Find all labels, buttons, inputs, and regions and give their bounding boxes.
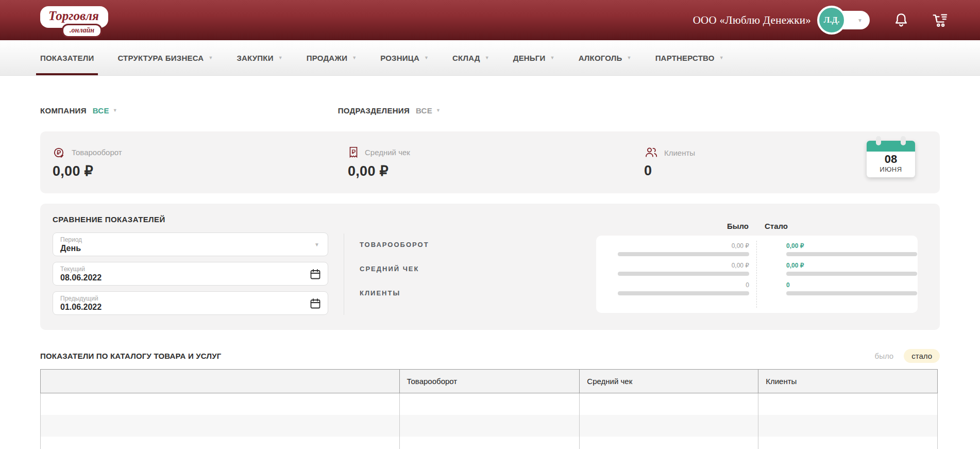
vertical-divider bbox=[344, 234, 344, 315]
period-select[interactable]: Период День ▼ bbox=[53, 232, 328, 256]
before-column-header: Было bbox=[658, 222, 749, 230]
stat-avg-check: Средний чек 0,00 ₽ bbox=[348, 146, 644, 179]
current-date-input[interactable]: Текущий 08.06.2022 bbox=[53, 262, 328, 286]
tab-roznica[interactable]: РОЗНИЦА▼ bbox=[380, 40, 429, 75]
company-filter[interactable]: КОМПАНИЯ ВСЕ ▼ bbox=[40, 106, 117, 115]
chevron-down-icon: ▼ bbox=[208, 55, 213, 60]
date-calendar-widget[interactable]: 08 ИЮНЯ bbox=[867, 141, 915, 177]
stats-card: Товарооборот 0,00 ₽ Средний чек 0,00 ₽ bbox=[40, 131, 940, 193]
table-cell bbox=[580, 393, 758, 415]
progress-bar bbox=[786, 291, 917, 295]
calendar-icon[interactable] bbox=[309, 297, 322, 310]
stat-turnover-label: Товарооборот bbox=[72, 148, 122, 157]
progress-bar bbox=[618, 291, 749, 295]
period-select-label: Период bbox=[60, 236, 320, 243]
tab-alkogol[interactable]: АЛКОГОЛЬ▼ bbox=[579, 40, 632, 75]
comparison-title: СРАВНЕНИЕ ПОКАЗАТЕЛЕЙ bbox=[53, 215, 165, 224]
tab-partnerstvo[interactable]: ПАРТНЕРСТВО▼ bbox=[655, 40, 724, 75]
avatar[interactable]: Л.Д. bbox=[817, 6, 846, 35]
column-header-avg-check[interactable]: Средний чек bbox=[580, 370, 758, 393]
before-turnover-value: 0,00 ₽ bbox=[618, 242, 749, 250]
divisions-filter-label: ПОДРАЗДЕЛЕНИЯ bbox=[338, 106, 410, 115]
after-clients-value: 0 bbox=[786, 281, 917, 289]
user-menu[interactable]: ▼ Л.Д. bbox=[819, 10, 871, 30]
tab-zakupki[interactable]: ЗАКУПКИ▼ bbox=[236, 40, 282, 75]
calendar-month: ИЮНЯ bbox=[867, 165, 915, 177]
before-avg-check-value: 0,00 ₽ bbox=[618, 262, 749, 269]
comparison-card: СРАВНЕНИЕ ПОКАЗАТЕЛЕЙ Период День ▼ Теку… bbox=[40, 204, 940, 330]
after-turnover-value: 0,00 ₽ bbox=[786, 242, 917, 250]
table-cell bbox=[399, 393, 580, 415]
stat-clients: Клиенты 0 bbox=[644, 146, 695, 179]
notifications-bell-icon[interactable] bbox=[893, 12, 909, 28]
chevron-down-icon: ▼ bbox=[113, 108, 117, 113]
tab-prodazhi[interactable]: ПРОДАЖИ▼ bbox=[307, 40, 357, 75]
chevron-down-icon: ▼ bbox=[719, 55, 724, 60]
toggle-before-button[interactable]: было bbox=[875, 352, 894, 360]
tab-sklad[interactable]: СКЛАД▼ bbox=[452, 40, 489, 75]
table-cell bbox=[580, 415, 758, 437]
tab-struktura-biznesa[interactable]: СТРУКТУРА БИЗНЕСА▼ bbox=[117, 40, 213, 75]
table-cell bbox=[399, 437, 580, 449]
progress-bar bbox=[618, 252, 749, 256]
table-cell bbox=[580, 437, 758, 449]
clients-people-icon bbox=[644, 146, 658, 159]
current-date-value: 08.06.2022 bbox=[60, 273, 320, 282]
table-cell bbox=[758, 415, 938, 437]
column-header-turnover[interactable]: Товарооборот bbox=[399, 370, 580, 393]
divisions-filter[interactable]: ПОДРАЗДЕЛЕНИЯ ВСЕ ▼ bbox=[338, 106, 441, 115]
before-clients: 0 bbox=[618, 281, 749, 295]
previous-date-value: 01.06.2022 bbox=[60, 303, 320, 312]
previous-date-input[interactable]: Предыдущий 01.06.2022 bbox=[53, 291, 328, 315]
cart-icon[interactable] bbox=[932, 12, 949, 28]
catalog-section-header: ПОКАЗАТЕЛИ ПО КАТАЛОГУ ТОВАРА И УСЛУГ бы… bbox=[0, 348, 980, 363]
chevron-down-icon: ▼ bbox=[352, 55, 357, 60]
tab-pokazateli[interactable]: ПОКАЗАТЕЛИ bbox=[40, 40, 94, 75]
period-select-value: День bbox=[60, 244, 320, 253]
catalog-table: Товарооборот Средний чек Клиенты bbox=[40, 369, 938, 449]
after-column-header: Стало bbox=[765, 222, 788, 230]
before-column: 0,00 ₽ 0,00 ₽ 0 bbox=[618, 242, 749, 301]
stat-turnover: Товарооборот 0,00 ₽ bbox=[53, 146, 348, 179]
main-nav: ПОКАЗАТЕЛИ СТРУКТУРА БИЗНЕСА▼ ЗАКУПКИ▼ П… bbox=[0, 40, 980, 76]
calendar-icon[interactable] bbox=[309, 268, 322, 280]
app-logo[interactable]: Торговля .онлайн bbox=[40, 5, 117, 35]
table-row bbox=[41, 437, 938, 449]
calendar-day: 08 bbox=[867, 153, 915, 165]
after-avg-check: 0,00 ₽ bbox=[786, 262, 917, 276]
receipt-ruble-icon bbox=[348, 146, 359, 159]
column-header-empty[interactable] bbox=[41, 370, 400, 393]
company-name: ООО «Люблю Денежки» bbox=[693, 14, 811, 27]
company-filter-label: КОМПАНИЯ bbox=[40, 106, 87, 115]
chevron-down-icon: ▼ bbox=[278, 55, 283, 60]
tab-dengi[interactable]: ДЕНЬГИ▼ bbox=[513, 40, 555, 75]
comparison-fields: Период День ▼ Текущий 08.06.2022 Предыду… bbox=[53, 232, 328, 321]
after-turnover: 0,00 ₽ bbox=[786, 242, 917, 256]
table-cell bbox=[41, 437, 400, 449]
before-avg-check: 0,00 ₽ bbox=[618, 262, 749, 276]
metric-label-avg-check: СРЕДНИЙ ЧЕК bbox=[360, 265, 419, 273]
comparison-values-panel: 0,00 ₽ 0,00 ₽ 0 0,00 ₽ 0,00 ₽ bbox=[596, 236, 918, 313]
table-cell bbox=[758, 393, 938, 415]
chevron-down-icon: ▼ bbox=[485, 55, 489, 60]
table-row bbox=[41, 393, 938, 415]
table-cell bbox=[758, 437, 938, 449]
before-turnover: 0,00 ₽ bbox=[618, 242, 749, 256]
before-after-toggle: было стало bbox=[875, 349, 940, 363]
company-filter-value[interactable]: ВСЕ bbox=[93, 106, 109, 115]
toggle-after-button[interactable]: стало bbox=[904, 349, 940, 363]
current-date-label: Текущий bbox=[60, 265, 320, 273]
column-header-clients[interactable]: Клиенты bbox=[758, 370, 938, 393]
divisions-filter-value[interactable]: ВСЕ bbox=[416, 106, 432, 115]
chevron-down-icon: ▼ bbox=[314, 242, 319, 247]
stat-clients-label: Клиенты bbox=[664, 148, 695, 157]
previous-date-label: Предыдущий bbox=[60, 295, 320, 302]
calendar-ring bbox=[901, 136, 906, 145]
turnover-ruble-cycle-icon bbox=[53, 146, 66, 159]
filters-row: КОМПАНИЯ ВСЕ ▼ ПОДРАЗДЕЛЕНИЯ ВСЕ ▼ bbox=[0, 105, 980, 116]
stat-turnover-value: 0,00 ₽ bbox=[53, 163, 348, 179]
chevron-down-icon: ▼ bbox=[627, 55, 632, 60]
chevron-down-icon: ▼ bbox=[857, 18, 863, 23]
table-cell bbox=[41, 415, 400, 437]
logo-text-sub: .онлайн bbox=[62, 24, 102, 38]
